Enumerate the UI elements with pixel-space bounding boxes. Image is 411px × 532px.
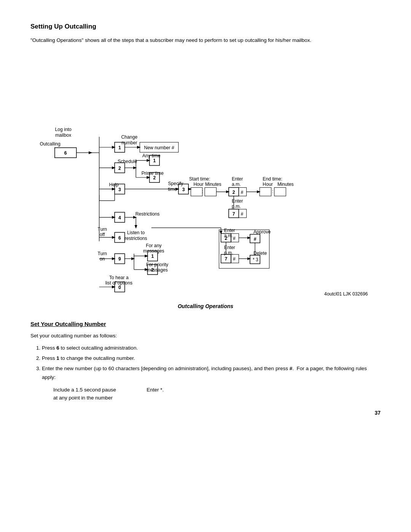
svg-text:Enter: Enter [232, 176, 243, 182]
svg-text:#: # [241, 211, 243, 217]
svg-text:Help: Help [109, 182, 119, 188]
svg-text:on: on [100, 257, 105, 262]
svg-text:3: 3 [182, 187, 185, 192]
svg-text:Hour: Hour [194, 182, 204, 187]
svg-text:2: 2 [151, 267, 154, 273]
page-title: Setting Up Outcalling [30, 23, 381, 30]
svg-text:* 3: * 3 [253, 257, 258, 263]
svg-rect-47 [205, 188, 216, 196]
svg-text:#: # [233, 236, 236, 241]
svg-text:Start time:: Start time: [189, 176, 210, 182]
svg-text:Specify: Specify [168, 181, 183, 187]
svg-text:7: 7 [225, 257, 227, 262]
svg-text:End time:: End time: [263, 176, 282, 182]
svg-text:Turn: Turn [97, 251, 107, 256]
svg-text:messages: messages [147, 267, 168, 273]
svg-text:6: 6 [64, 150, 67, 156]
svg-text:#: # [241, 190, 243, 195]
pager-rule-col2: Enter *. [147, 386, 164, 402]
svg-text:Any time: Any time [142, 153, 161, 158]
svg-text:number: number [121, 140, 137, 145]
svg-text:Enter: Enter [232, 198, 243, 204]
svg-text:Prime time: Prime time [142, 171, 164, 176]
svg-text:p.m.: p.m. [232, 204, 241, 209]
intro-paragraph: "Outcalling Operations" shows all of the… [30, 37, 381, 44]
svg-text:1: 1 [153, 158, 156, 164]
svg-text:4: 4 [118, 215, 121, 220]
svg-text:Listen to: Listen to [127, 230, 145, 236]
svg-text:Change: Change [121, 135, 138, 140]
svg-text:Minutes: Minutes [277, 182, 294, 187]
svg-text:Outcalling: Outcalling [40, 141, 61, 147]
svg-text:2: 2 [233, 190, 235, 195]
step-2: Press 1 to change the outcalling number. [42, 354, 381, 363]
diagram-caption: Outcalling Operations [30, 303, 381, 309]
svg-text:p.m.: p.m. [224, 250, 233, 256]
svg-text:#: # [254, 236, 256, 242]
svg-text:9: 9 [118, 257, 121, 262]
svg-text:1: 1 [151, 254, 154, 259]
svg-text:Schedule: Schedule [118, 159, 137, 165]
svg-text:Restrictions: Restrictions [135, 211, 160, 217]
steps-list: Press 6 to select outcalling administrat… [42, 344, 381, 382]
svg-rect-60 [260, 188, 271, 196]
svg-text:1: 1 [118, 145, 121, 150]
svg-text:Enter: Enter [224, 245, 235, 250]
outcalling-diagram: 6 Outcalling Log into mailbox Change num… [30, 56, 381, 299]
svg-text:Log into: Log into [55, 127, 72, 132]
svg-text:#: # [233, 257, 236, 262]
svg-text:Turn: Turn [97, 227, 107, 232]
svg-text:2: 2 [225, 236, 227, 241]
svg-text:3: 3 [118, 187, 121, 192]
section2-body: Set your outcalling number as follows: [30, 332, 381, 340]
svg-text:0: 0 [118, 285, 121, 290]
svg-text:7: 7 [233, 211, 235, 217]
svg-text:Enter: Enter [224, 228, 235, 233]
svg-text:Minutes: Minutes [205, 182, 221, 187]
step-3: Enter the new number (up to 60 character… [42, 364, 381, 382]
section2-title: Set Your Outcalling Number [30, 321, 381, 327]
svg-text:For any: For any [146, 243, 162, 248]
svg-text:6: 6 [118, 235, 121, 241]
pager-rules: Include a 1.5 second pause at any point … [53, 386, 381, 402]
svg-text:off: off [100, 232, 105, 238]
pager-rule-col1: Include a 1.5 second pause at any point … [53, 386, 116, 402]
svg-text:Hour: Hour [263, 182, 272, 187]
svg-text:New number  #: New number # [144, 145, 174, 150]
svg-text::: : [272, 189, 273, 194]
svg-text:To hear a: To hear a [109, 275, 129, 280]
svg-text:mailbox: mailbox [55, 133, 71, 138]
svg-text:2: 2 [153, 175, 156, 181]
svg-rect-62 [274, 188, 286, 196]
svg-text::: : [202, 189, 203, 194]
page-number: 37 [30, 410, 381, 416]
diagram-container: 6 Outcalling Log into mailbox Change num… [30, 56, 381, 299]
svg-text:restrictions: restrictions [125, 236, 147, 241]
svg-text:a.m.: a.m. [232, 182, 241, 187]
svg-text:4outcl01 LJK 032696: 4outcl01 LJK 032696 [324, 291, 368, 297]
svg-text:2: 2 [118, 166, 121, 171]
svg-text:Approve: Approve [253, 230, 271, 235]
step-1: Press 6 to select outcalling administrat… [42, 344, 381, 353]
svg-rect-45 [191, 188, 202, 196]
